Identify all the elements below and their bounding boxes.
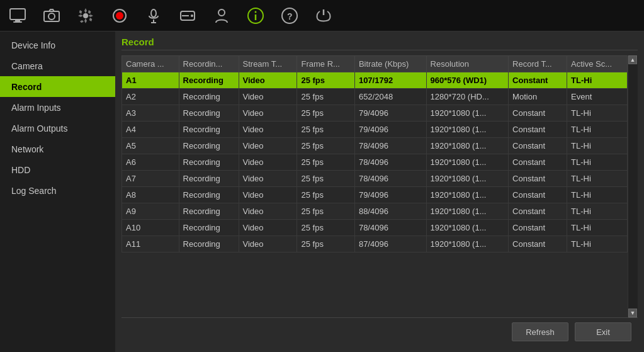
- scroll-down-button[interactable]: ▼: [628, 309, 637, 317]
- sidebar-item-device-info[interactable]: Device Info: [0, 35, 115, 55]
- cell-record_type: Constant: [509, 138, 567, 154]
- cell-record_type: Constant: [509, 122, 567, 138]
- toolbar: ?: [0, 0, 644, 31]
- cell-resolution: 1920*1080 (1...: [426, 122, 509, 138]
- column-header-stream: Stream T...: [239, 56, 297, 72]
- svg-point-12: [191, 14, 193, 17]
- cell-resolution: 960*576 (WD1): [426, 72, 509, 89]
- column-header-active_scene: Active Sc...: [567, 56, 628, 72]
- table-header-row: Camera ...Recordin...Stream T...Frame R.…: [122, 56, 628, 72]
- record-table-wrapper: Camera ...Recordin...Stream T...Frame R.…: [121, 55, 638, 317]
- settings-icon[interactable]: [74, 4, 97, 27]
- cell-stream: Video: [239, 236, 297, 253]
- cell-frame: 25 fps: [297, 122, 354, 138]
- cell-record_type: Constant: [509, 203, 567, 220]
- sidebar-item-record[interactable]: Record: [0, 76, 115, 97]
- cell-recording: Recording: [179, 154, 239, 171]
- table-row[interactable]: A9RecordingVideo25 fps88/40961920*1080 (…: [122, 203, 628, 220]
- cell-resolution: 1920*1080 (1...: [426, 203, 509, 220]
- sidebar-item-camera[interactable]: Camera: [0, 55, 115, 76]
- audio-icon[interactable]: [142, 4, 165, 27]
- monitor-icon[interactable]: [6, 4, 29, 27]
- column-header-bitrate: Bitrate (Kbps): [354, 56, 426, 72]
- cell-resolution: 1920*1080 (1...: [426, 154, 509, 171]
- refresh-button[interactable]: Refresh: [512, 322, 568, 341]
- scroll-up-button[interactable]: ▲: [628, 55, 637, 64]
- table-row[interactable]: A3RecordingVideo25 fps79/40961920*1080 (…: [122, 105, 628, 122]
- record-toolbar-icon[interactable]: [108, 4, 131, 27]
- cell-recording: Recording: [179, 203, 239, 220]
- cell-resolution: 1280*720 (HD...: [426, 89, 509, 105]
- cell-stream: Video: [239, 203, 297, 220]
- cell-bitrate: 78/4096: [354, 138, 426, 154]
- cell-resolution: 1920*1080 (1...: [426, 138, 509, 154]
- hdd-icon[interactable]: [176, 4, 199, 27]
- cell-resolution: 1920*1080 (1...: [426, 187, 509, 203]
- cell-frame: 25 fps: [297, 105, 354, 122]
- table-row[interactable]: A2RecordingVideo25 fps652/20481280*720 (…: [122, 89, 628, 105]
- exit-button[interactable]: Exit: [575, 322, 631, 341]
- cell-active_scene: TL-Hi: [567, 236, 628, 253]
- cell-camera: A9: [122, 203, 179, 220]
- sidebar-item-hdd[interactable]: HDD: [0, 159, 115, 180]
- column-header-recording: Recordin...: [179, 56, 239, 72]
- table-row[interactable]: A10RecordingVideo25 fps78/40961920*1080 …: [122, 220, 628, 236]
- cell-resolution: 1920*1080 (1...: [426, 236, 509, 253]
- cell-resolution: 1920*1080 (1...: [426, 105, 509, 122]
- svg-rect-1: [15, 20, 20, 21]
- cell-stream: Video: [239, 89, 297, 105]
- info-icon[interactable]: [244, 4, 267, 27]
- table-row[interactable]: A1RecordingVideo25 fps107/1792960*576 (W…: [122, 72, 628, 89]
- sidebar-item-log-search[interactable]: Log Search: [0, 180, 115, 201]
- cell-stream: Video: [239, 72, 297, 89]
- cell-frame: 25 fps: [297, 203, 354, 220]
- sidebar-item-network[interactable]: Network: [0, 139, 115, 159]
- cell-camera: A2: [122, 89, 179, 105]
- cell-record_type: Motion: [509, 89, 567, 105]
- cell-record_type: Constant: [509, 187, 567, 203]
- cell-recording: Recording: [179, 138, 239, 154]
- user-icon[interactable]: [210, 4, 233, 27]
- cell-bitrate: 652/2048: [354, 89, 426, 105]
- sidebar-item-alarm-outputs[interactable]: Alarm Outputs: [0, 118, 115, 139]
- cell-record_type: Constant: [509, 171, 567, 187]
- footer: Refresh Exit: [121, 317, 638, 346]
- cell-bitrate: 79/4096: [354, 187, 426, 203]
- page-title: Record: [121, 37, 638, 50]
- cell-active_scene: TL-Hi: [567, 220, 628, 236]
- cell-recording: Recording: [179, 187, 239, 203]
- cell-recording: Recording: [179, 122, 239, 138]
- table-row[interactable]: A11RecordingVideo25 fps87/40961920*1080 …: [122, 236, 628, 253]
- cell-record_type: Constant: [509, 72, 567, 89]
- cell-camera: A3: [122, 105, 179, 122]
- cell-frame: 25 fps: [297, 187, 354, 203]
- svg-rect-0: [10, 9, 25, 20]
- cell-frame: 25 fps: [297, 236, 354, 253]
- table-row[interactable]: A4RecordingVideo25 fps79/40961920*1080 (…: [122, 122, 628, 138]
- camera-icon[interactable]: [40, 4, 63, 27]
- sidebar-item-alarm-inputs[interactable]: Alarm Inputs: [0, 97, 115, 118]
- cell-active_scene: TL-Hi: [567, 154, 628, 171]
- svg-text:?: ?: [287, 11, 293, 21]
- cell-active_scene: TL-Hi: [567, 138, 628, 154]
- table-row[interactable]: A6RecordingVideo25 fps78/40961920*1080 (…: [122, 154, 628, 171]
- svg-point-16: [255, 11, 257, 13]
- table-body: A1RecordingVideo25 fps107/1792960*576 (W…: [122, 72, 628, 253]
- table-row[interactable]: A7RecordingVideo25 fps78/40961920*1080 (…: [122, 171, 628, 187]
- record-table: Camera ...Recordin...Stream T...Frame R.…: [121, 55, 628, 253]
- power-icon[interactable]: [312, 4, 335, 27]
- help-icon[interactable]: ?: [278, 4, 301, 27]
- cell-recording: Recording: [179, 220, 239, 236]
- cell-active_scene: Event: [567, 89, 628, 105]
- cell-recording: Recording: [179, 89, 239, 105]
- cell-camera: A6: [122, 154, 179, 171]
- table-row[interactable]: A5RecordingVideo25 fps78/40961920*1080 (…: [122, 138, 628, 154]
- cell-recording: Recording: [179, 171, 239, 187]
- column-header-resolution: Resolution: [426, 56, 509, 72]
- table-scroll[interactable]: Camera ...Recordin...Stream T...Frame R.…: [121, 55, 628, 317]
- cell-active_scene: TL-Hi: [567, 171, 628, 187]
- cell-stream: Video: [239, 138, 297, 154]
- column-header-record_type: Record T...: [509, 56, 567, 72]
- table-row[interactable]: A8RecordingVideo25 fps79/40961920*1080 (…: [122, 187, 628, 203]
- cell-frame: 25 fps: [297, 220, 354, 236]
